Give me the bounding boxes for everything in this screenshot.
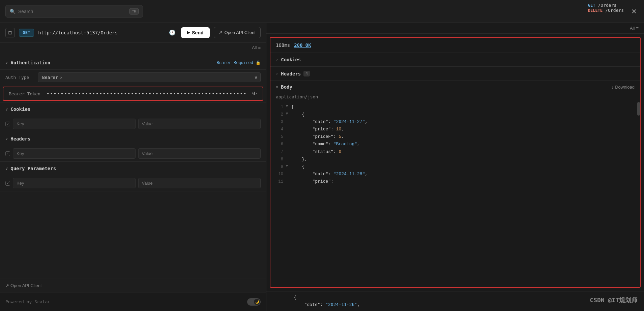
response-filter-label: All xyxy=(630,26,635,31)
history-button[interactable]: 🕐 xyxy=(168,28,177,37)
response-filter-button[interactable]: All ≡ xyxy=(630,26,639,31)
query-params-key-input[interactable] xyxy=(13,178,136,188)
query-params-section-title: Query Parameters xyxy=(10,166,56,171)
body-header-left: ∨ Body xyxy=(276,84,292,90)
json-line-11: 11 "price": xyxy=(270,178,640,185)
cookies-checkbox[interactable]: ✓ xyxy=(5,122,10,126)
download-button[interactable]: ↓ Download xyxy=(612,85,635,90)
headers-kv-row: ✓ xyxy=(0,146,266,161)
close-button[interactable]: ✕ xyxy=(629,7,639,16)
response-area: 108ms 200 OK › Cookies › Headers 4 xyxy=(270,37,641,288)
download-label: Download xyxy=(615,85,635,90)
overflow-line-1: { xyxy=(272,294,639,301)
bearer-token-value: ••••••••••••••••••••••••••••••••••••••••… xyxy=(47,91,246,96)
json-viewer: 1 ∨ [ 2 ∨ { 3 xyxy=(270,102,640,287)
moon-icon: 🌙 xyxy=(255,300,259,304)
headers-chevron-icon: ∨ xyxy=(5,136,8,141)
query-params-checkbox[interactable]: ✓ xyxy=(5,181,10,186)
cookies-section-header[interactable]: ∨ Cookies xyxy=(0,102,266,116)
response-body-title: Body xyxy=(281,84,292,90)
search-shortcut: ^K xyxy=(129,8,139,14)
json-line-7: 7 "status": 0 xyxy=(270,148,640,156)
toggle-token-visibility-button[interactable]: 👁 xyxy=(252,91,257,97)
query-params-value-input[interactable] xyxy=(138,178,261,188)
open-api-bottom-button[interactable]: ↗ Open API Client xyxy=(5,283,42,288)
headers-key-input[interactable] xyxy=(13,148,136,159)
headers-section-header[interactable]: ∨ Headers xyxy=(0,132,266,146)
top-right-methods: GET /Orders DELETE /Orders xyxy=(588,3,624,13)
main-content: ⊟ GET 🕐 Send Open API Client All ≡ xyxy=(0,23,644,311)
sidebar-toggle-button[interactable]: ⊟ xyxy=(5,28,15,37)
auth-section: ∨ Authentication Bearer Required 🔒 Auth … xyxy=(0,56,266,102)
search-input[interactable] xyxy=(18,9,127,14)
request-body: ∨ Authentication Bearer Required 🔒 Auth … xyxy=(0,53,266,279)
response-body-chevron-icon: ∨ xyxy=(276,85,278,89)
response-headers-chevron-icon: › xyxy=(276,71,278,76)
overflow-line-2: "date": "2024-11-26", xyxy=(272,301,639,308)
filter-icon: ≡ xyxy=(258,45,261,50)
send-label: Send xyxy=(192,30,203,35)
json-line-2: 2 ∨ { xyxy=(270,111,640,118)
json-line-8: 8 }, xyxy=(270,156,640,163)
method-row-delete: DELETE /Orders xyxy=(588,8,624,13)
sidebar-toggle-icon: ⊟ xyxy=(8,30,12,35)
method-get-path: /Orders xyxy=(598,3,617,8)
send-button[interactable]: Send xyxy=(181,27,209,38)
response-body-section: ∨ Body ↓ Download application/json 1 ∨ xyxy=(270,81,640,287)
theme-toggle[interactable]: 🌙 xyxy=(247,298,261,306)
response-cookies-header[interactable]: › Cookies xyxy=(270,53,640,66)
request-filter-button[interactable]: All ≡ xyxy=(252,45,261,50)
scrollbar-thumb[interactable] xyxy=(637,102,640,116)
headers-header-left: ∨ Headers xyxy=(5,136,30,142)
bottom-overflow: { "date": "2024-11-26", xyxy=(266,291,644,311)
left-panel: ⊟ GET 🕐 Send Open API Client All ≡ xyxy=(0,23,266,311)
query-params-header-left: ∨ Query Parameters xyxy=(5,166,56,171)
cookies-value-input[interactable] xyxy=(138,119,261,129)
bearer-required-badge: Bearer Required 🔒 xyxy=(216,60,261,65)
cookies-section: ∨ Cookies ✓ xyxy=(0,102,266,132)
method-badge: GET xyxy=(19,29,34,37)
scrollbar-track[interactable] xyxy=(637,102,640,287)
auth-type-selector[interactable]: Bearer ✕ ∨ xyxy=(38,72,261,82)
toggle-track[interactable]: 🌙 xyxy=(247,298,261,306)
json-line-1: 1 ∨ [ xyxy=(270,103,640,111)
response-headers-header[interactable]: › Headers 4 xyxy=(270,67,640,81)
query-params-section-header[interactable]: ∨ Query Parameters xyxy=(0,162,266,175)
headers-section: ∨ Headers ✓ xyxy=(0,132,266,162)
bearer-token-row: Bearer Token •••••••••••••••••••••••••••… xyxy=(3,87,263,101)
headers-value-input[interactable] xyxy=(138,148,261,159)
response-cookies-title: Cookies xyxy=(281,57,301,62)
download-icon: ↓ xyxy=(612,85,614,90)
cookies-section-title: Cookies xyxy=(10,106,30,112)
method-delete-label: DELETE xyxy=(588,8,603,13)
open-api-arrow-icon: ↗ xyxy=(5,283,9,288)
open-api-bottom-label: Open API Client xyxy=(10,283,42,288)
response-time: 108ms xyxy=(276,42,290,48)
headers-checkbox[interactable]: ✓ xyxy=(5,151,10,156)
cookies-key-input[interactable] xyxy=(13,119,136,129)
response-cookies-section: › Cookies xyxy=(270,53,640,67)
auth-type-clear[interactable]: ✕ xyxy=(60,75,62,80)
json-line-4: 4 "price": 10, xyxy=(270,126,640,133)
response-body-header: ∨ Body ↓ Download xyxy=(270,81,640,93)
response-headers-section: › Headers 4 xyxy=(270,67,640,81)
search-wrapper: 🔍 ^K xyxy=(5,5,143,18)
open-api-button[interactable]: Open API Client xyxy=(214,27,261,38)
bottom-actions: ↗ Open API Client xyxy=(0,279,266,292)
query-params-section: ∨ Query Parameters ✓ xyxy=(0,162,266,191)
auth-type-value: Bearer ✕ xyxy=(42,75,62,80)
url-input[interactable] xyxy=(38,30,164,35)
bearer-token-label: Bearer Token xyxy=(9,91,41,96)
url-bar: ⊟ GET 🕐 Send Open API Client xyxy=(0,23,266,42)
request-filter-label: All xyxy=(252,45,257,50)
json-line-10: 10 "date": "2024-11-28", xyxy=(270,170,640,178)
auth-type-row: Auth Type Bearer ✕ ∨ xyxy=(0,69,266,85)
auth-section-header[interactable]: ∨ Authentication Bearer Required 🔒 xyxy=(0,56,266,69)
open-api-label: Open API Client xyxy=(225,30,256,35)
response-headers-count: 4 xyxy=(303,71,310,76)
response-status-bar: 108ms 200 OK xyxy=(270,38,640,53)
cookies-kv-row: ✓ xyxy=(0,116,266,132)
response-filter-icon: ≡ xyxy=(636,26,639,31)
right-panel: All ≡ 108ms 200 OK › Cookies › xyxy=(266,23,644,311)
search-icon: 🔍 xyxy=(10,9,16,14)
